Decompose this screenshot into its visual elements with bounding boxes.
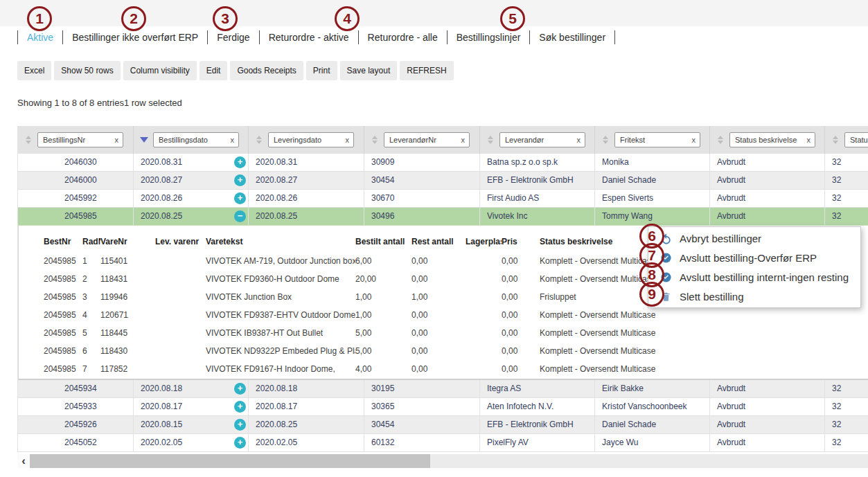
cell-bestillingsdato: 2020.08.15+ [134, 416, 249, 433]
column-header-bestillingsdato: x [134, 126, 249, 154]
detail-cell-varenr: 120671 [100, 310, 155, 320]
save-layout-button[interactable]: Save layout [340, 61, 398, 80]
cell-fritekst: Jayce Wu [595, 434, 710, 451]
detail-row[interactable]: 20459856118430VIVOTEK ND9322P Embeded Pl… [44, 342, 868, 360]
cell-bestillingsnr: 2045985 [18, 208, 134, 225]
detail-cell-status-beskrivelse: Komplett - Oversendt Multicase [540, 328, 761, 338]
detail-cell-varenr: 118445 [100, 328, 155, 338]
filter-input-fritekst[interactable] [615, 133, 700, 147]
tab-returordre-alle[interactable]: Returordre - alle [359, 30, 448, 44]
clear-filter-icon[interactable]: x [692, 135, 696, 145]
detail-column-lagerplass: Lagerplass [466, 237, 502, 246]
tab-aktive[interactable]: Aktive [18, 30, 63, 44]
filter-box-leverand-r: x [499, 132, 585, 147]
sort-icon[interactable] [139, 137, 149, 143]
menu-item-avslutt-bestilling-overf-r-erp[interactable]: Avslutt bestilling-Overfør ERP [648, 248, 860, 267]
cell-leverand-rnr: 30454 [364, 416, 480, 433]
show-50-rows-button[interactable]: Show 50 rows [54, 61, 120, 80]
sort-icon[interactable] [254, 136, 264, 144]
expand-plus-icon[interactable]: + [234, 156, 246, 168]
sort-icon[interactable] [716, 136, 725, 144]
filter-input-leverand-r[interactable] [500, 133, 585, 147]
tab-s-k-bestillinger[interactable]: Søk bestillinger [530, 30, 615, 44]
clear-filter-icon[interactable]: x [577, 135, 581, 145]
cell-status-beskrivelse: Avbrudt [710, 154, 825, 171]
detail-cell-rest-antall: 0,00 [411, 346, 466, 356]
expand-plus-icon[interactable]: + [234, 174, 246, 186]
sort-icon[interactable] [24, 136, 33, 144]
orders-page: AktiveBestillinger ikke overført ERPFerd… [0, 0, 868, 477]
filter-input-bestillingsnr[interactable] [38, 133, 123, 147]
refresh-button[interactable]: REFRESH [400, 61, 453, 80]
detail-cell-bestnr: 2045985 [44, 328, 82, 338]
detail-cell-varenr: 118430 [100, 346, 155, 356]
annotation-circle-1: 1 [27, 6, 52, 31]
cell-fritekst: Tommy Wang [595, 208, 710, 225]
goods-receipts-button[interactable]: Goods Receipts [230, 61, 303, 80]
filter-input-leveringsdato[interactable] [269, 133, 353, 147]
menu-item-avslutt-bestilling-internt-ingen-resting[interactable]: Avslutt bestilling internt-ingen resting [648, 267, 860, 287]
expand-plus-icon[interactable]: + [234, 192, 246, 204]
expand-plus-icon[interactable]: + [234, 401, 246, 413]
expand-plus-icon[interactable]: + [234, 437, 246, 449]
cell-fritekst: Espen Siverts [595, 190, 710, 207]
table-row[interactable]: 20459342020.08.18+2020.08.1830195Itegra … [18, 380, 868, 398]
entries-info: Showing 1 to 8 of 8 entries [17, 98, 124, 108]
clear-filter-icon[interactable]: x [231, 135, 235, 145]
sort-down-icon [488, 141, 493, 144]
detail-column-rest-antall: Rest antall [411, 237, 466, 246]
table-row[interactable]: 20450522020.02.05+2020.02.0560132PixelFl… [18, 434, 868, 452]
tab-bestillingslinjer[interactable]: Bestillingslinjer [448, 30, 531, 44]
order-date: 2020.08.18 [141, 380, 182, 397]
table-row[interactable]: 20459262020.08.15+2020.08.2530454EFB - E… [18, 416, 868, 434]
detail-cell-bestnr: 2045985 [44, 346, 82, 356]
sort-up-icon [833, 136, 838, 139]
clear-filter-icon[interactable]: x [807, 135, 811, 145]
excel-button[interactable]: Excel [17, 61, 51, 80]
column-visibility-button[interactable]: Column visibility [123, 61, 197, 80]
sort-icon[interactable] [831, 136, 840, 144]
table-row[interactable]: 20459332020.08.17+2020.08.1730365Aten In… [18, 398, 868, 416]
detail-row[interactable]: 20459857117852VIVOTEK FD9167-H Indoor Do… [44, 360, 868, 378]
column-header-leverand-rnr: x [364, 126, 480, 154]
row-context-menu: Avbryt bestillingerAvslutt bestilling-Ov… [648, 226, 861, 308]
edit-button[interactable]: Edit [200, 61, 228, 80]
sort-up-icon [718, 136, 723, 139]
table-row[interactable]: 20459852020.08.25−2020.08.2530496Vivotek… [18, 208, 868, 226]
detail-row[interactable]: 20459855118445VIVOTEK IB9387-HT Out Bull… [44, 324, 868, 342]
detail-cell-varetekst: VIVOTEK Junction Box [206, 292, 355, 302]
cell-status-beskrivelse: Avbrudt [710, 208, 825, 225]
filter-input-bestillingsdato[interactable] [154, 133, 238, 147]
expand-plus-icon[interactable]: + [234, 419, 246, 431]
cell-bestillingsdato: 2020.08.27+ [134, 172, 249, 189]
cell-status: 32 [825, 208, 868, 225]
menu-item-slett-bestilling[interactable]: Slett bestilling [648, 287, 860, 306]
filter-input-status-beskrivelse[interactable] [730, 133, 815, 147]
print-button[interactable]: Print [306, 61, 337, 80]
tab-bar: AktiveBestillinger ikke overført ERPFerd… [17, 30, 615, 44]
selection-info: 1 row selected [124, 98, 182, 108]
sort-icon[interactable] [601, 136, 610, 144]
expand-plus-icon[interactable]: + [234, 383, 246, 395]
clear-filter-icon[interactable]: x [461, 135, 466, 145]
sort-icon[interactable] [486, 136, 495, 144]
table-row[interactable]: 20460302020.08.31+2020.08.3130909Batna s… [18, 154, 868, 172]
collapse-minus-icon[interactable]: − [234, 210, 246, 222]
table-row[interactable]: 20460002020.08.27+2020.08.2730454EFB - E… [18, 172, 868, 190]
clear-filter-icon[interactable]: x [115, 135, 119, 145]
filter-input-leverand-rnr[interactable] [384, 133, 469, 147]
order-date: 2020.02.05 [141, 434, 182, 451]
tab-bestillinger-ikke-overf-rt-erp[interactable]: Bestillinger ikke overført ERP [63, 30, 208, 44]
menu-item-avbryt-bestillinger[interactable]: Avbryt bestillinger [648, 228, 860, 248]
sort-down-icon [26, 141, 31, 144]
table-row[interactable]: 20459922020.08.26+2020.08.2630670First A… [18, 190, 868, 208]
scrollbar-thumb[interactable] [30, 454, 430, 468]
detail-row[interactable]: 20459854120671VIVOTEK FD9387-EHTV Outdoo… [44, 306, 868, 324]
sort-icon[interactable] [370, 136, 380, 144]
tab-ferdige[interactable]: Ferdige [208, 30, 259, 44]
filter-input-status[interactable] [845, 133, 868, 147]
scrollbar-track[interactable] [30, 454, 868, 468]
clear-filter-icon[interactable]: x [346, 135, 350, 145]
scroll-left-icon[interactable]: ‹ [17, 454, 30, 468]
tab-returordre-aktive[interactable]: Returordre - aktive [260, 30, 359, 44]
